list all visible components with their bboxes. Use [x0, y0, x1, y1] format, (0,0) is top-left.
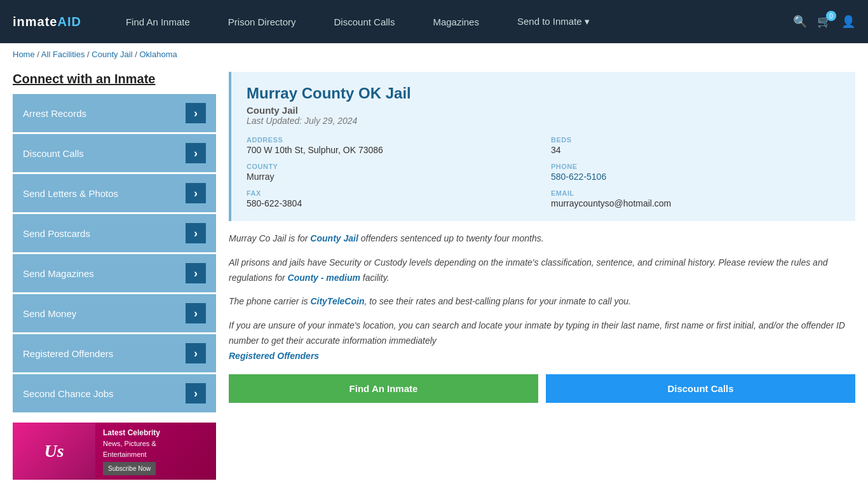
- find-inmate-button[interactable]: Find An Inmate: [229, 374, 538, 403]
- ad-line3: Entertainment: [103, 449, 160, 460]
- sidebar-item-label: Arrest Records: [23, 108, 86, 119]
- ad-subtitle: News, Pictures &: [103, 438, 160, 449]
- facility-updated: Last Updated: July 29, 2024: [247, 116, 840, 126]
- desc-para3: The phone carrier is CityTeleCoin, to se…: [229, 294, 855, 309]
- chevron-right-icon: ›: [186, 143, 206, 163]
- chevron-right-icon: ›: [186, 263, 206, 283]
- phone-block: PHONE 580-622-5106: [551, 163, 840, 182]
- county-value: Murray: [247, 172, 536, 182]
- breadcrumb: Home / All Facilities / County Jail / Ok…: [0, 43, 868, 65]
- bottom-buttons: Find An Inmate Discount Calls: [229, 374, 855, 403]
- breadcrumb-county-jail[interactable]: County Jail: [92, 50, 132, 59]
- desc-para1-after: offenders sentenced up to twenty four mo…: [358, 233, 544, 243]
- sidebar: Connect with an Inmate Arrest Records › …: [13, 72, 216, 480]
- chevron-right-icon: ›: [186, 223, 206, 243]
- nav-find-inmate[interactable]: Find An Inmate: [107, 0, 209, 43]
- sidebar-item-label: Send Postcards: [23, 228, 90, 239]
- desc-para4: If you are unsure of your inmate's locat…: [229, 318, 855, 363]
- sidebar-item-registered-offenders[interactable]: Registered Offenders ›: [13, 334, 216, 372]
- county-medium-link[interactable]: County - medium: [288, 273, 360, 283]
- phone-value: 580-622-5106: [551, 172, 840, 182]
- address-label: ADDRESS: [247, 136, 536, 144]
- desc-para4-text: If you are unsure of your inmate's locat…: [229, 320, 845, 346]
- ad-title: Latest Celebrity: [103, 427, 160, 438]
- sidebar-item-send-money[interactable]: Send Money ›: [13, 294, 216, 332]
- email-value: murraycountyso@hotmail.com: [551, 198, 840, 208]
- breadcrumb-home[interactable]: Home: [13, 50, 35, 59]
- county-label: COUNTY: [247, 163, 536, 170]
- sidebar-item-discount-calls[interactable]: Discount Calls ›: [13, 134, 216, 172]
- beds-label: BEDS: [551, 136, 840, 144]
- sidebar-item-label: Registered Offenders: [23, 348, 113, 359]
- address-block: ADDRESS 700 W 10th St, Sulphur, OK 73086: [247, 136, 536, 155]
- sidebar-menu: Arrest Records › Discount Calls › Send L…: [13, 94, 216, 412]
- user-button[interactable]: 👤: [841, 15, 855, 29]
- sidebar-item-send-magazines[interactable]: Send Magazines ›: [13, 254, 216, 292]
- sidebar-item-arrest-records[interactable]: Arrest Records ›: [13, 94, 216, 132]
- nav-prison-directory[interactable]: Prison Directory: [209, 0, 315, 43]
- chevron-right-icon: ›: [186, 343, 206, 363]
- nav-links: Find An Inmate Prison Directory Discount…: [107, 0, 793, 43]
- county-block: COUNTY Murray: [247, 163, 536, 182]
- chevron-right-icon: ›: [186, 383, 206, 403]
- facility-name: Murray County OK Jail: [247, 85, 840, 102]
- address-value: 700 W 10th St, Sulphur, OK 73086: [247, 145, 536, 155]
- description-section: Murray Co Jail is for County Jail offend…: [229, 231, 855, 364]
- fax-label: FAX: [247, 189, 536, 197]
- nav-discount-calls[interactable]: Discount Calls: [315, 0, 414, 43]
- sidebar-item-label: Send Letters & Photos: [23, 188, 118, 199]
- ad-logo: Us: [13, 423, 95, 480]
- chevron-right-icon: ›: [186, 103, 206, 123]
- ad-text: Latest Celebrity News, Pictures & Entert…: [95, 423, 168, 480]
- cart-badge: 0: [826, 11, 836, 21]
- advertisement-banner[interactable]: Us Latest Celebrity News, Pictures & Ent…: [13, 423, 216, 480]
- sidebar-item-label: Discount Calls: [23, 148, 84, 159]
- ad-subscribe-button[interactable]: Subscribe Now: [103, 462, 156, 475]
- logo-text: inmateAID: [13, 15, 81, 29]
- sidebar-item-send-letters[interactable]: Send Letters & Photos ›: [13, 174, 216, 212]
- fax-value: 580-622-3804: [247, 198, 536, 208]
- nav-send-to-inmate[interactable]: Send to Inmate ▾: [498, 0, 609, 43]
- county-jail-link[interactable]: County Jail: [310, 233, 358, 243]
- chevron-right-icon: ›: [186, 303, 206, 323]
- cart-button[interactable]: 🛒 0: [817, 15, 831, 29]
- email-label: EMAIL: [551, 189, 840, 197]
- citytelecoin-link[interactable]: CityTeleCoin: [310, 296, 364, 306]
- facility-card: Murray County OK Jail County Jail Last U…: [229, 72, 855, 221]
- search-button[interactable]: 🔍: [793, 15, 807, 29]
- content-area: Murray County OK Jail County Jail Last U…: [229, 72, 855, 480]
- sidebar-title: Connect with an Inmate: [13, 72, 216, 86]
- email-block: EMAIL murraycountyso@hotmail.com: [551, 189, 840, 208]
- discount-calls-button[interactable]: Discount Calls: [546, 374, 855, 403]
- beds-value: 34: [551, 145, 840, 155]
- fax-block: FAX 580-622-3804: [247, 189, 536, 208]
- main-container: Connect with an Inmate Arrest Records › …: [0, 65, 868, 486]
- desc-para3-before: The phone carrier is: [229, 296, 310, 306]
- sidebar-item-label: Send Magazines: [23, 268, 94, 279]
- nav-magazines[interactable]: Magazines: [414, 0, 498, 43]
- sidebar-item-label: Second Chance Jobs: [23, 388, 114, 399]
- chevron-right-icon: ›: [186, 183, 206, 203]
- facility-type: County Jail: [247, 105, 840, 116]
- nav-icons: 🔍 🛒 0 👤: [793, 15, 855, 29]
- desc-para1: Murray Co Jail is for County Jail offend…: [229, 231, 855, 247]
- desc-para1-before: Murray Co Jail is for: [229, 233, 310, 243]
- phone-label: PHONE: [551, 163, 840, 170]
- desc-para3-after: , to see their rates and best-calling pl…: [364, 296, 630, 306]
- logo[interactable]: inmateAID: [13, 15, 81, 29]
- logo-accent: AID: [57, 15, 81, 29]
- desc-para2-after: facility.: [360, 273, 390, 283]
- desc-para2: All prisons and jails have Security or C…: [229, 255, 855, 286]
- sidebar-item-label: Send Money: [23, 308, 76, 319]
- navigation: inmateAID Find An Inmate Prison Director…: [0, 0, 868, 43]
- sidebar-item-second-chance-jobs[interactable]: Second Chance Jobs ›: [13, 374, 216, 412]
- beds-block: BEDS 34: [551, 136, 840, 155]
- breadcrumb-oklahoma[interactable]: Oklahoma: [139, 50, 177, 59]
- facility-info-grid: ADDRESS 700 W 10th St, Sulphur, OK 73086…: [247, 136, 840, 208]
- registered-offenders-link[interactable]: Registered Offenders: [229, 351, 319, 361]
- sidebar-item-send-postcards[interactable]: Send Postcards ›: [13, 214, 216, 252]
- breadcrumb-all-facilities[interactable]: All Facilities: [41, 50, 85, 59]
